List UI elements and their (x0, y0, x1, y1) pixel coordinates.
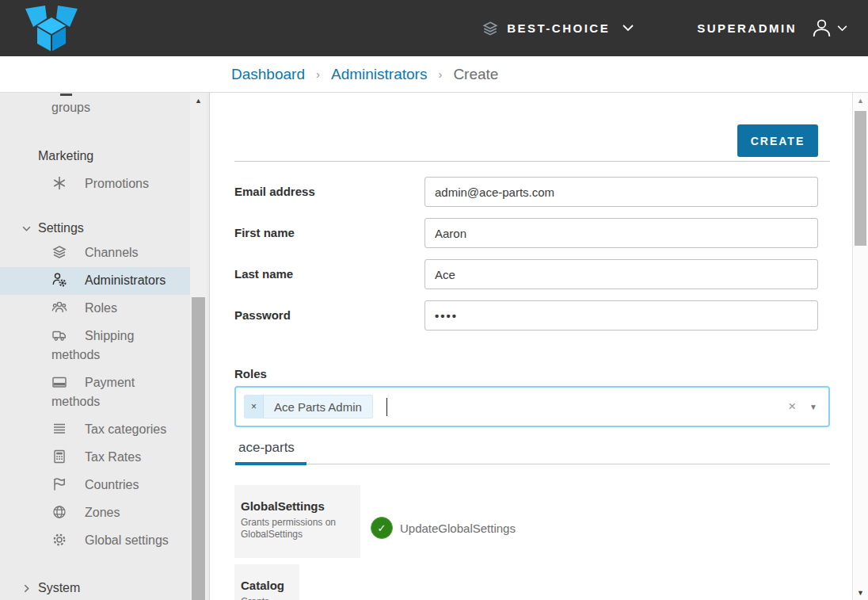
scrollbar-thumb[interactable] (192, 297, 205, 600)
chip-remove-icon[interactable]: × (245, 396, 264, 418)
email-input[interactable] (424, 177, 818, 207)
permission-category-description: Grants permissions on Products, Facets (241, 596, 291, 600)
permissions-table: GlobalSettings Grants permissions on Glo… (234, 485, 852, 600)
nav-label: Tax Rates (85, 450, 141, 464)
permission-category: GlobalSettings Grants permissions on Glo… (234, 485, 360, 558)
nav-label: Administrators (85, 273, 166, 287)
user-menu[interactable]: SUPERADMIN (697, 17, 847, 39)
chevron-down-icon (21, 224, 33, 233)
create-button[interactable]: CREATE (737, 124, 818, 157)
sidebar-item-channels[interactable]: Channels (0, 239, 190, 267)
permission-readcatalog: ✓ ReadCatalog (495, 577, 680, 600)
promotion-asterisk-icon (51, 175, 69, 191)
nav-label: Promotions (85, 177, 149, 190)
scroll-down-arrow[interactable]: ▼ (853, 589, 868, 597)
permission-row-catalog: Catalog Grants permissions on Products, … (234, 564, 852, 600)
last-name-input[interactable] (424, 259, 818, 289)
breadcrumb-bar: Dashboard › Administrators › Create (0, 56, 868, 93)
chevron-down-icon (622, 25, 634, 32)
layers-icon (482, 20, 499, 37)
chip-label: Ace Parts Admin (264, 396, 372, 418)
first-name-input[interactable] (424, 218, 818, 248)
channel-name: BEST-CHOICE (507, 21, 610, 35)
sidebar-section-system[interactable]: System (0, 580, 190, 596)
sidebar-section-marketing: Marketing (0, 148, 190, 164)
sidebar-nav: groups Marketing Promotions (0, 93, 210, 600)
chevron-right-icon (21, 583, 33, 593)
admin-app: BEST-CHOICE SUPERADMIN Dashboard › (0, 0, 868, 600)
section-label: System (38, 580, 80, 596)
scrollbar-thumb[interactable] (855, 111, 866, 246)
first-name-label: First name (234, 218, 424, 248)
permission-updateglobalsettings: ✓ UpdateGlobalSettings (371, 498, 556, 558)
sidebar-item-payment-methods[interactable]: Payment methods (0, 369, 190, 416)
breadcrumb-dashboard[interactable]: Dashboard (231, 66, 305, 83)
sidebar-item-shipping-methods[interactable]: Shipping methods (0, 323, 190, 369)
channel-tabs: ace-parts (234, 440, 830, 464)
breadcrumb-current: Create (453, 66, 498, 83)
email-field-row: Email address (234, 177, 818, 207)
credit-card-icon (51, 374, 69, 390)
sidebar-item-tax-rates[interactable]: Tax Rates (0, 444, 190, 472)
sidebar-section-settings[interactable]: Settings (0, 220, 190, 236)
permission-createcatalog: ✓ CreateCatalog (310, 577, 495, 600)
permission-row-globalsettings: GlobalSettings Grants permissions on Glo… (234, 485, 852, 558)
nav-label: Countries (85, 478, 139, 491)
cube-logo-icon (24, 6, 79, 52)
sidebar-item-tax-categories[interactable]: Tax categories (0, 416, 190, 444)
sidebar-item-customer-groups-clipped[interactable]: groups (0, 99, 190, 117)
clipped-customer-groups-icon (60, 94, 72, 96)
nav-label: Channels (85, 246, 139, 259)
password-label: Password (234, 300, 424, 331)
sidebar-item-promotions[interactable]: Promotions (0, 170, 190, 198)
text-cursor (386, 398, 387, 416)
sidebar-item-zones[interactable]: Zones (0, 499, 190, 527)
list-icon (51, 421, 69, 437)
sidebar-item-administrators[interactable]: Administrators (0, 267, 190, 295)
permission-name: UpdateGlobalSettings (400, 522, 516, 535)
user-name: SUPERADMIN (697, 21, 797, 35)
tab-ace-parts[interactable]: ace-parts (238, 440, 295, 456)
active-tab-underline (235, 462, 306, 465)
last-name-label: Last name (234, 259, 424, 289)
flag-icon (51, 476, 69, 492)
globe-icon (51, 504, 69, 520)
scroll-up-arrow[interactable]: ▲ (190, 97, 207, 105)
admin-user-gear-icon (51, 272, 69, 288)
permission-category-description: Grants permissions on GlobalSettings (241, 517, 352, 541)
vendure-logo (24, 5, 82, 52)
nav-label: Roles (85, 301, 117, 315)
role-chip: × Ace Parts Admin (244, 395, 373, 418)
permission-category-name: Catalog (241, 579, 291, 592)
section-label: Settings (38, 220, 84, 236)
layers-icon (51, 244, 69, 260)
nav-label: Global settings (85, 533, 169, 547)
breadcrumb-administrators[interactable]: Administrators (331, 66, 427, 83)
sidebar-scrollbar[interactable]: ▲ (190, 93, 207, 600)
check-circle-icon: ✓ (371, 517, 393, 539)
cog-icon (51, 532, 69, 548)
last-name-field-row: Last name (234, 259, 818, 289)
roles-multiselect[interactable]: × Ace Parts Admin × ▼ (234, 386, 830, 427)
main-scrollbar[interactable]: ▲ ▼ (852, 93, 868, 600)
clear-selection-icon[interactable]: × (788, 399, 796, 415)
top-bar: BEST-CHOICE SUPERADMIN (0, 0, 868, 56)
sidebar-item-roles[interactable]: Roles (0, 295, 190, 323)
dropdown-arrow-icon[interactable]: ▼ (809, 403, 817, 411)
password-input[interactable] (424, 300, 818, 331)
email-label: Email address (234, 177, 424, 207)
divider (234, 161, 830, 162)
password-field-row: Password (234, 300, 818, 331)
channel-switcher[interactable]: BEST-CHOICE (482, 20, 634, 37)
sidebar-item-countries[interactable]: Countries (0, 472, 190, 499)
truck-icon (51, 327, 69, 343)
sidebar-item-global-settings[interactable]: Global settings (0, 527, 190, 555)
permission-category-name: GlobalSettings (241, 499, 352, 513)
breadcrumb: Dashboard › Administrators › Create (231, 66, 498, 83)
nav-label: Tax categories (85, 422, 166, 436)
nav-label: Zones (85, 506, 120, 519)
scroll-up-arrow[interactable]: ▲ (853, 97, 868, 105)
breadcrumb-separator: › (438, 67, 442, 81)
chevron-down-icon (837, 25, 847, 32)
user-icon (811, 17, 832, 39)
